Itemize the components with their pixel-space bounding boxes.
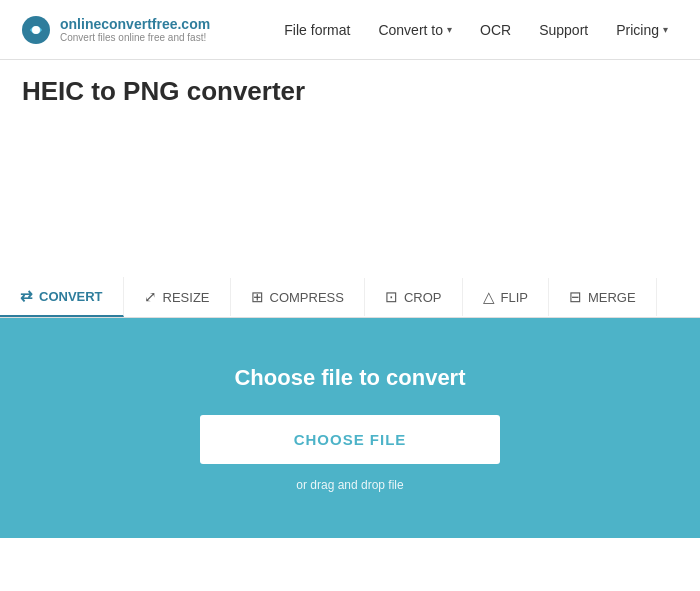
logo-icon <box>20 14 52 46</box>
header: onlineconvertfree.com Convert files onli… <box>0 0 700 60</box>
tab-flip[interactable]: △ FLIP <box>463 278 549 316</box>
tab-convert[interactable]: ⇄ CONVERT <box>0 277 124 317</box>
upload-title: Choose file to convert <box>234 365 465 391</box>
tab-crop[interactable]: ⊡ CROP <box>365 278 463 316</box>
upload-section: Choose file to convert CHOOSE FILE or dr… <box>0 318 700 538</box>
logo-name: onlineconvertfree.com <box>60 16 210 32</box>
flip-icon: △ <box>483 288 495 306</box>
tab-compress[interactable]: ⊞ COMPRESS <box>231 278 365 316</box>
nav-convert-to[interactable]: Convert to ▾ <box>366 14 464 46</box>
logo-tagline: Convert files online free and fast! <box>60 32 210 43</box>
tool-tabs: ⇄ CONVERT ⤢ RESIZE ⊞ COMPRESS ⊡ CROP △ F… <box>0 277 700 318</box>
svg-point-1 <box>32 26 40 34</box>
tab-resize[interactable]: ⤢ RESIZE <box>124 278 231 316</box>
compress-icon: ⊞ <box>251 288 264 306</box>
chevron-down-icon-pricing: ▾ <box>663 24 668 35</box>
convert-icon: ⇄ <box>20 287 33 305</box>
nav-ocr[interactable]: OCR <box>468 14 523 46</box>
main-nav: File format Convert to ▾ OCR Support Pri… <box>272 14 680 46</box>
tab-merge[interactable]: ⊟ MERGE <box>549 278 657 316</box>
chevron-down-icon: ▾ <box>447 24 452 35</box>
resize-icon: ⤢ <box>144 288 157 306</box>
crop-icon: ⊡ <box>385 288 398 306</box>
nav-support[interactable]: Support <box>527 14 600 46</box>
page-title-area: HEIC to PNG converter <box>0 60 700 107</box>
logo-area[interactable]: onlineconvertfree.com Convert files onli… <box>20 14 210 46</box>
drag-drop-label: or drag and drop file <box>296 478 403 492</box>
nav-pricing[interactable]: Pricing ▾ <box>604 14 680 46</box>
merge-icon: ⊟ <box>569 288 582 306</box>
page-title: HEIC to PNG converter <box>22 76 678 107</box>
choose-file-button[interactable]: CHOOSE FILE <box>200 415 500 464</box>
nav-file-format[interactable]: File format <box>272 14 362 46</box>
